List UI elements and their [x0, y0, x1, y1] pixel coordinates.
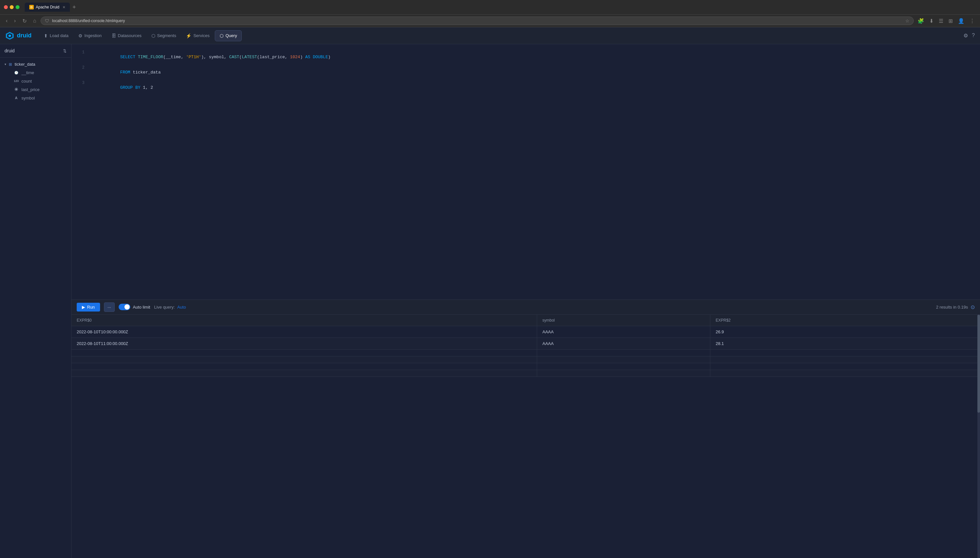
cell-empty-r6-c4	[902, 370, 980, 377]
tab-close-icon[interactable]: ×	[63, 5, 65, 10]
nav-services[interactable]: ⚡ Services	[181, 30, 214, 41]
results-expand-icon[interactable]: ⊙	[970, 304, 975, 310]
measure-icon: ✳	[14, 87, 19, 92]
cell-empty-r6-c1	[72, 370, 537, 377]
active-tab[interactable]: D Apache Druid ×	[25, 3, 70, 12]
cell-value-2: 28.1	[710, 338, 902, 349]
results-count-text: 2 results in 0.19s	[936, 305, 968, 310]
nav-right-icons: ⚙ ?	[964, 33, 975, 39]
auto-limit-switch[interactable]	[119, 304, 130, 310]
nav-datasources-label: Datasources	[118, 33, 142, 38]
segments-icon: ⬡	[151, 33, 155, 38]
sidebar-title: druid	[5, 48, 15, 53]
query-icon: ⬡	[220, 33, 224, 38]
maximize-button[interactable]	[16, 5, 20, 9]
nav-services-label: Services	[193, 33, 209, 38]
field-symbol-name: symbol	[21, 95, 35, 100]
services-icon: ⚡	[186, 33, 191, 38]
scrollbar-track[interactable]	[977, 315, 980, 558]
close-button[interactable]	[4, 5, 8, 9]
field-last-price[interactable]: ✳ last_price	[9, 85, 71, 94]
profile-icon[interactable]: 👤	[957, 17, 966, 25]
menu-icon[interactable]: ⋮	[968, 17, 976, 25]
nav-load-data[interactable]: ⬆ Load data	[39, 30, 73, 41]
more-options-button[interactable]: ···	[104, 302, 115, 312]
nav-ingestion[interactable]: ⚙ Ingestion	[74, 30, 106, 41]
ingestion-icon: ⚙	[78, 33, 83, 38]
field-time[interactable]: 🕐 __time	[9, 68, 71, 77]
back-button[interactable]: ‹	[4, 17, 10, 25]
scrollbar-thumb[interactable]	[977, 315, 980, 413]
grid-icon[interactable]: ⊞	[947, 17, 954, 25]
kw-from: FROM	[120, 70, 130, 75]
results-header-row: EXPR$0 symbol EXPR$2	[72, 315, 980, 326]
nav-segments-label: Segments	[157, 33, 177, 38]
cell-empty-r5-c3	[710, 363, 902, 370]
tree-expand-icon: ▾	[5, 62, 6, 66]
line-2-content: FROM ticker_data	[90, 65, 160, 80]
new-tab-button[interactable]: +	[71, 4, 77, 11]
line-1-content: SELECT TIME_FLOOR(__time, 'PT1H'), symbo…	[90, 50, 330, 64]
table-row-3	[72, 349, 980, 356]
home-button[interactable]: ⌂	[31, 17, 38, 25]
field-count[interactable]: 123 count	[9, 77, 71, 85]
main-content: druid ⇅ ▾ ⊞ ticker_data 🕐 __time 123 co	[0, 44, 980, 558]
download-icon[interactable]: ⬇	[928, 17, 935, 25]
settings-icon[interactable]: ⚙	[964, 33, 968, 39]
reading-icon[interactable]: ☰	[937, 17, 945, 25]
cell-empty-r5-c2	[537, 363, 710, 370]
reload-button[interactable]: ↻	[20, 17, 29, 25]
live-query-label: Live query: Auto	[154, 305, 186, 310]
tab-title: Apache Druid	[36, 5, 59, 10]
fn-latest: LATEST	[242, 55, 257, 59]
sidebar-toggle-icon[interactable]: ⇅	[63, 48, 67, 53]
auto-limit-label: Auto limit	[133, 305, 150, 310]
bookmark-icon[interactable]: ☆	[905, 18, 910, 23]
cell-empty-r6-c3	[710, 370, 902, 377]
cell-empty-r4-c1	[72, 356, 537, 363]
field-time-name: __time	[21, 70, 34, 75]
nav-datasources[interactable]: 🗄 Datasources	[107, 30, 146, 41]
table-icon: ⊞	[9, 62, 12, 67]
kw-group-by: GROUP BY	[120, 85, 141, 90]
results-tbody: 2022-08-10T10:00:00.000Z AAAA 26.9 2022-…	[72, 326, 980, 377]
arg-time: __time	[166, 55, 181, 59]
line-num-2: 2	[77, 65, 85, 70]
cell-empty-r5-c1	[72, 363, 537, 370]
kw-as: AS	[305, 55, 310, 59]
code-line-1: 1 SELECT TIME_FLOOR(__time, 'PT1H'), sym…	[72, 49, 980, 65]
cell-empty-r4-c4	[902, 356, 980, 363]
nav-query[interactable]: ⬡ Query	[215, 30, 242, 41]
run-play-icon: ▶	[82, 305, 85, 310]
run-button[interactable]: ▶ Run	[77, 303, 100, 312]
cell-empty-r3-c2	[537, 349, 710, 356]
minimize-button[interactable]	[10, 5, 14, 9]
nav-segments[interactable]: ⬡ Segments	[147, 30, 181, 41]
cell-time-1: 2022-08-10T10:00:00.000Z	[72, 326, 537, 338]
forward-button[interactable]: ›	[12, 17, 18, 25]
top-nav: druid ⬆ Load data ⚙ Ingestion 🗄 Datasour…	[0, 27, 980, 44]
col-header-symbol: symbol	[537, 315, 710, 326]
line-num-3: 3	[77, 80, 85, 85]
help-icon[interactable]: ?	[972, 33, 975, 39]
address-bar[interactable]: 🛡 localhost:8888/unified-console.html#qu…	[41, 16, 914, 25]
browser-toolbar-icons: 🧩 ⬇ ☰ ⊞ 👤 ⋮	[916, 17, 976, 25]
toggle-knob	[124, 304, 130, 310]
cell-empty-2	[902, 338, 980, 349]
cell-empty-r4-c3	[710, 356, 902, 363]
browser-toolbar: ‹ › ↻ ⌂ 🛡 localhost:8888/unified-console…	[0, 15, 980, 27]
table-row-5	[72, 363, 980, 370]
results-scroll[interactable]: EXPR$0 symbol EXPR$2 2022-08-10T10:00:00…	[72, 315, 980, 558]
datasource-name: ticker_data	[15, 62, 35, 67]
live-query-text: Live query:	[154, 305, 175, 310]
extensions-icon[interactable]: 🧩	[916, 17, 925, 25]
string-icon: A	[14, 95, 19, 100]
code-editor[interactable]: 1 SELECT TIME_FLOOR(__time, 'PT1H'), sym…	[72, 44, 980, 299]
cell-value-1: 26.9	[710, 326, 902, 338]
line-num-1: 1	[77, 50, 85, 55]
datasource-item[interactable]: ▾ ⊞ ticker_data	[0, 60, 71, 68]
query-toolbar: ▶ Run ··· Auto limit Live query: Auto 2 …	[72, 299, 980, 315]
field-symbol[interactable]: A symbol	[9, 94, 71, 102]
auto-limit-toggle: Auto limit	[119, 304, 150, 310]
field-count-name: count	[21, 79, 32, 84]
